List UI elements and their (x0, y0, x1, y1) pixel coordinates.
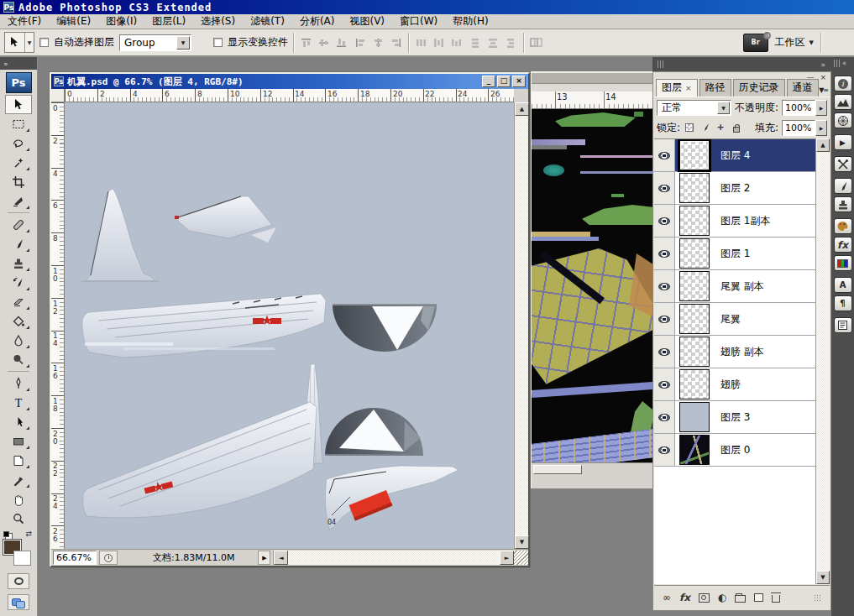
lock-position-button[interactable]: + (715, 122, 726, 134)
character-panel-icon[interactable]: A (834, 277, 852, 293)
distribute-vertical-centers-icon[interactable] (432, 36, 446, 49)
visibility-toggle[interactable] (654, 368, 675, 400)
ruler-origin[interactable] (51, 89, 65, 102)
layer-row[interactable]: 图层 2 (654, 172, 815, 205)
dock-collapse-icon[interactable]: » (820, 60, 826, 69)
menu-analysis[interactable]: 分析(A) (292, 14, 343, 29)
close-button[interactable]: × (512, 76, 526, 87)
layer-thumbnail[interactable] (679, 206, 710, 236)
brush-tool[interactable] (5, 234, 32, 253)
align-vertical-centers-icon[interactable] (317, 36, 331, 49)
swatches-panel-icon[interactable] (834, 255, 852, 271)
layer-list-scrollbar[interactable]: ▲ ▼ (815, 138, 830, 584)
distribute-top-edges-icon[interactable] (414, 36, 428, 49)
opacity-value[interactable]: 100% (782, 100, 815, 116)
paint-bucket-tool[interactable] (5, 311, 32, 331)
layer-row[interactable]: 尾翼 副本 (654, 270, 815, 303)
navigator-panel-icon[interactable] (834, 112, 852, 128)
resize-grip[interactable] (514, 551, 528, 565)
clone-source-panel-icon[interactable] (834, 196, 852, 212)
visibility-toggle[interactable] (654, 238, 675, 269)
menu-edit[interactable]: 编辑(E) (49, 14, 98, 29)
tool-presets-panel-icon[interactable] (834, 156, 852, 172)
layer-style-icon[interactable]: fx (679, 592, 690, 603)
blur-tool[interactable] (5, 331, 32, 350)
styles-panel-icon[interactable]: fx (834, 237, 852, 253)
visibility-toggle[interactable] (654, 139, 675, 171)
distribute-horizontal-centers-icon[interactable] (486, 36, 500, 49)
adjustment-layer-icon[interactable]: ◐ (718, 593, 726, 603)
opacity-slider-icon[interactable]: ▶ (815, 100, 827, 116)
new-layer-icon[interactable] (754, 593, 763, 602)
layer-row[interactable]: 图层 1副本 (654, 205, 815, 238)
distribute-bottom-edges-icon[interactable] (449, 36, 464, 49)
canvas[interactable]: 04 (65, 102, 514, 549)
layer-thumbnail[interactable] (679, 402, 710, 432)
quick-mask-button[interactable] (8, 573, 29, 589)
align-left-edges-icon[interactable] (354, 36, 368, 49)
default-colors-icon[interactable] (3, 531, 9, 537)
visibility-toggle[interactable] (654, 303, 675, 335)
slice-tool[interactable] (5, 191, 32, 211)
visibility-toggle[interactable] (654, 205, 675, 237)
strip-expand[interactable]: « (831, 57, 854, 70)
align-bottom-edges-icon[interactable] (334, 36, 348, 49)
layer-thumbnail[interactable] (679, 173, 710, 203)
background-doc-hscrollbar[interactable] (532, 462, 652, 476)
actions-panel-icon[interactable]: ▶ (834, 134, 852, 150)
layer-group-icon[interactable] (735, 595, 746, 603)
layer-thumbnail[interactable] (679, 271, 710, 301)
layer-row[interactable]: 翅膀 副本 (654, 336, 815, 368)
clone-stamp-tool[interactable] (5, 253, 32, 273)
layer-thumbnail[interactable] (679, 369, 710, 399)
history-brush-tool[interactable] (5, 273, 32, 292)
hand-tool[interactable] (5, 489, 32, 509)
group-mode-select[interactable]: Group ▼ (119, 34, 191, 51)
maximize-button[interactable]: □ (497, 76, 511, 87)
brushes-panel-icon[interactable] (834, 178, 852, 194)
type-tool[interactable]: T (5, 393, 32, 412)
tab-paths[interactable]: 路径 (699, 79, 731, 97)
distribute-right-edges-icon[interactable] (504, 36, 518, 49)
menu-file[interactable]: 文件(F) (0, 14, 49, 29)
zoom-level-field[interactable]: 66.67% (53, 551, 97, 565)
distribute-left-edges-icon[interactable] (469, 36, 483, 49)
notes-tool[interactable] (5, 451, 32, 470)
tool-preset-dropdown-icon[interactable]: ▼ (24, 33, 34, 52)
lock-transparency-button[interactable] (684, 122, 695, 134)
eraser-tool[interactable] (5, 292, 32, 311)
panel-close-button[interactable]: × (820, 74, 826, 81)
background-doc-canvas[interactable] (532, 109, 652, 462)
lasso-tool[interactable] (5, 133, 32, 153)
crop-tool[interactable] (5, 172, 32, 191)
layer-comps-panel-icon[interactable] (834, 317, 852, 333)
histogram-panel-icon[interactable] (834, 94, 852, 110)
workspace-dropdown[interactable]: 工作区 ▼ (775, 35, 814, 50)
status-menu-button[interactable]: ▶ (258, 551, 270, 565)
move-tool[interactable] (5, 95, 32, 114)
scroll-down-button[interactable]: ▼ (515, 535, 529, 549)
menu-window[interactable]: 窗口(W) (392, 14, 445, 29)
layer-thumbnail[interactable] (679, 304, 710, 334)
magic-wand-tool[interactable] (5, 153, 32, 172)
background-document-window[interactable]: 13 14 (530, 71, 652, 488)
layer-row[interactable]: 翅膀 (654, 368, 815, 401)
list-scroll-up-icon[interactable]: ▲ (816, 138, 830, 152)
layer-row[interactable]: 图层 1 (654, 238, 815, 270)
fill-value[interactable]: 100% (782, 120, 815, 136)
menu-view[interactable]: 视图(V) (342, 14, 392, 29)
visibility-toggle[interactable] (654, 434, 675, 466)
horizontal-scrollbar[interactable]: ◄ ► (273, 551, 514, 565)
menu-layer[interactable]: 图层(L) (144, 14, 193, 29)
layer-row[interactable]: 图层 3 (654, 401, 815, 434)
menu-select[interactable]: 选择(S) (193, 14, 243, 29)
healing-brush-tool[interactable] (5, 215, 32, 234)
tool-preset-picker[interactable]: ▼ (4, 32, 34, 53)
eyedropper-tool[interactable] (5, 470, 32, 489)
vertical-ruler[interactable]: 0 2 4 6 8 10 12 14 16 18 20 22 24 26 (51, 102, 65, 549)
lock-all-button[interactable] (730, 122, 741, 134)
menu-image[interactable]: 图像(I) (98, 14, 144, 29)
swap-colors-icon[interactable]: ⇄ (25, 530, 32, 538)
blend-mode-dropdown-icon[interactable]: ▼ (717, 102, 730, 114)
tab-layers[interactable]: 图层× (656, 79, 698, 97)
